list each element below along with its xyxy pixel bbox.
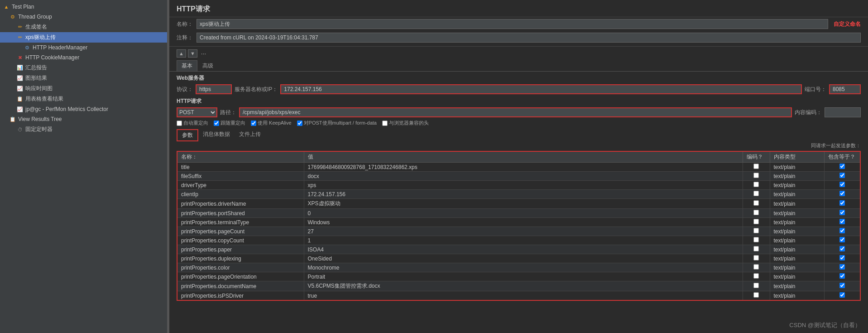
protocol-label: 协议： bbox=[177, 86, 193, 93]
encode-checkbox-12[interactable] bbox=[753, 273, 759, 279]
cell-content-type-6: text/plain bbox=[770, 218, 824, 227]
cell-value-2: xps bbox=[304, 181, 743, 190]
checkbox-label-2: 使用 KeepAlive bbox=[258, 120, 292, 126]
checkbox-item-3[interactable]: 对POST使用multipart / form-data bbox=[297, 120, 377, 126]
checkbox-0[interactable] bbox=[177, 121, 182, 126]
sidebar-item-xps-upload[interactable]: ✏xps驱动上传 bbox=[0, 32, 167, 43]
toolbar-down-btn[interactable]: ▼ bbox=[188, 49, 197, 58]
sidebar-item-fixed-timer[interactable]: ⏱固定定时器 bbox=[0, 124, 167, 135]
cell-encode-0 bbox=[743, 163, 770, 172]
cell-value-10: OneSided bbox=[304, 254, 743, 263]
divider-1 bbox=[169, 46, 868, 47]
encode-checkbox-5[interactable] bbox=[753, 210, 759, 215]
sidebar-label-yong-biao: 用表格查看结果 bbox=[25, 95, 164, 103]
cell-name-6: printProperties.terminalType bbox=[177, 218, 304, 227]
sidebar-item-http-header[interactable]: ⚙HTTP HeaderManager bbox=[0, 43, 167, 53]
tab-advanced[interactable]: 高级 bbox=[197, 60, 218, 71]
checkbox-item-4[interactable]: 与浏览器兼容的头 bbox=[382, 120, 429, 126]
cell-content-type-10: text/plain bbox=[770, 254, 824, 263]
sidebar-item-thread-group[interactable]: ⚙Thread Group bbox=[0, 12, 167, 22]
name-input[interactable] bbox=[197, 19, 828, 29]
sidebar-item-jp-gc[interactable]: 📈jp@gc - PerfMon Metrics Collector bbox=[0, 104, 167, 114]
encode-checkbox-11[interactable] bbox=[753, 264, 759, 270]
include-eq-checkbox-5[interactable] bbox=[839, 210, 845, 215]
encode-checkbox-3[interactable] bbox=[753, 191, 759, 196]
cell-encode-10 bbox=[743, 254, 770, 263]
port-label: 端口号： bbox=[805, 86, 826, 93]
cell-include-eq-6 bbox=[824, 218, 860, 227]
include-eq-checkbox-7[interactable] bbox=[839, 228, 845, 233]
comment-input[interactable] bbox=[197, 33, 861, 43]
sidebar-item-test-plan[interactable]: ▲Test Plan bbox=[0, 2, 167, 12]
checkbox-3[interactable] bbox=[297, 121, 302, 126]
more-btn[interactable]: ··· bbox=[199, 50, 208, 57]
encode-checkbox-14[interactable] bbox=[753, 292, 759, 298]
encode-checkbox-8[interactable] bbox=[753, 237, 759, 242]
include-eq-checkbox-12[interactable] bbox=[839, 273, 845, 279]
checkboxes-row: 自动重定向跟随重定向使用 KeepAlive对POST使用multipart /… bbox=[169, 119, 868, 127]
checkbox-4[interactable] bbox=[382, 121, 388, 126]
sidebar-item-tu-xing[interactable]: 📈图形结果 bbox=[0, 73, 167, 83]
sidebar-item-sheng-cheng[interactable]: ✏生成签名 bbox=[0, 22, 167, 32]
cell-encode-14 bbox=[743, 291, 770, 301]
sidebar-label-sheng-cheng: 生成签名 bbox=[25, 23, 164, 31]
checkbox-item-0[interactable]: 自动重定向 bbox=[177, 120, 208, 126]
path-input[interactable] bbox=[239, 107, 792, 117]
params-tab-message-body[interactable]: 消息体数据 bbox=[198, 129, 235, 141]
include-eq-checkbox-3[interactable] bbox=[839, 191, 845, 196]
checkbox-1[interactable] bbox=[214, 121, 219, 126]
cell-encode-2 bbox=[743, 181, 770, 190]
encode-checkbox-0[interactable] bbox=[753, 164, 759, 169]
sidebar-item-hui-zong[interactable]: 📊汇总报告 bbox=[0, 63, 167, 73]
include-eq-checkbox-13[interactable] bbox=[839, 283, 845, 288]
include-eq-checkbox-2[interactable] bbox=[839, 182, 845, 187]
params-tab-file-upload[interactable]: 文件上传 bbox=[235, 129, 265, 141]
include-eq-checkbox-10[interactable] bbox=[839, 255, 845, 261]
port-input[interactable] bbox=[829, 84, 861, 94]
include-eq-checkbox-0[interactable] bbox=[839, 164, 845, 169]
tabs-row: 基本高级 bbox=[169, 58, 868, 72]
protocol-input[interactable] bbox=[196, 84, 232, 94]
cell-include-eq-4 bbox=[824, 199, 860, 209]
cell-include-eq-9 bbox=[824, 245, 860, 254]
cell-value-13: V5.6CPMS集团管控需求.docx bbox=[304, 281, 743, 291]
cell-encode-8 bbox=[743, 236, 770, 245]
include-eq-checkbox-1[interactable] bbox=[839, 173, 845, 178]
include-eq-checkbox-6[interactable] bbox=[839, 219, 845, 224]
http-req-title: HTTP请求 bbox=[169, 96, 868, 106]
cell-content-type-7: text/plain bbox=[770, 227, 824, 236]
comment-label: 注释： bbox=[177, 34, 193, 42]
table-row: printProperties.driverNameXPS虚拟驱动text/pl… bbox=[177, 199, 860, 209]
sidebar-item-view-results[interactable]: 📋View Results Tree bbox=[0, 114, 167, 124]
checkbox-2[interactable] bbox=[251, 121, 256, 126]
include-eq-checkbox-4[interactable] bbox=[839, 200, 845, 206]
toolbar-up-btn[interactable]: ▲ bbox=[177, 49, 186, 58]
params-tab-params[interactable]: 参数 bbox=[177, 129, 198, 141]
sidebar-item-yong-biao[interactable]: 📋用表格查看结果 bbox=[0, 94, 167, 104]
include-eq-checkbox-14[interactable] bbox=[839, 292, 845, 298]
include-eq-checkbox-8[interactable] bbox=[839, 237, 845, 242]
tab-basic[interactable]: 基本 bbox=[177, 60, 197, 71]
encode-checkbox-9[interactable] bbox=[753, 246, 759, 251]
encode-checkbox-4[interactable] bbox=[753, 200, 759, 206]
content-encode-input[interactable] bbox=[825, 107, 861, 117]
cell-value-0: 1769984846800928768_1710832246862.xps bbox=[304, 163, 743, 172]
encode-checkbox-13[interactable] bbox=[753, 283, 759, 288]
checkbox-item-1[interactable]: 跟随重定向 bbox=[214, 120, 245, 126]
encode-checkbox-7[interactable] bbox=[753, 228, 759, 233]
encode-checkbox-1[interactable] bbox=[753, 173, 759, 178]
method-select[interactable]: GETPOSTPUTDELETEPATCHHEADOPTIONS bbox=[177, 107, 217, 117]
include-eq-checkbox-11[interactable] bbox=[839, 264, 845, 270]
sidebar-item-http-cookie[interactable]: ✖HTTP CookieManager bbox=[0, 53, 167, 63]
cell-value-12: Portrait bbox=[304, 272, 743, 281]
sidebar-item-xiang-ying[interactable]: 📈响应时间图 bbox=[0, 83, 167, 94]
cell-include-eq-13 bbox=[824, 281, 860, 291]
cell-content-type-14: text/plain bbox=[770, 291, 824, 301]
encode-checkbox-10[interactable] bbox=[753, 255, 759, 261]
encode-checkbox-6[interactable] bbox=[753, 219, 759, 224]
server-name-input[interactable] bbox=[280, 84, 802, 94]
include-eq-checkbox-9[interactable] bbox=[839, 246, 845, 251]
checkbox-item-2[interactable]: 使用 KeepAlive bbox=[251, 120, 292, 126]
sidebar-icon-fixed-timer: ⏱ bbox=[16, 126, 24, 133]
encode-checkbox-2[interactable] bbox=[753, 182, 759, 187]
